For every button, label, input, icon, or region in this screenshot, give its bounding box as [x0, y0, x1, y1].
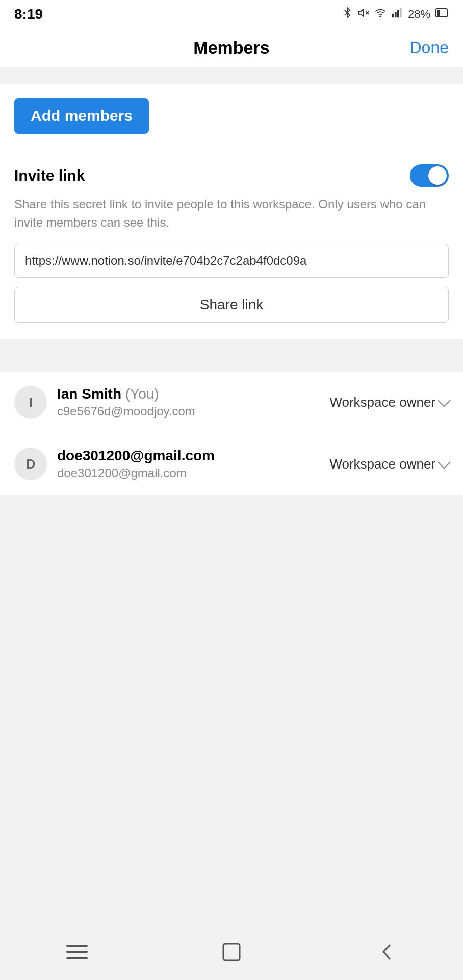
- avatar: I: [14, 386, 47, 419]
- member-you-tag: (You): [125, 386, 159, 402]
- invite-link-description: Share this secret link to invite people …: [14, 195, 449, 232]
- member-role-label: Workspace owner: [329, 395, 435, 410]
- chevron-down-icon: [438, 456, 450, 469]
- nav-back-button[interactable]: [371, 937, 401, 967]
- member-row: I Ian Smith (You) c9e5676d@moodjoy.com W…: [0, 372, 463, 433]
- mute-icon: [358, 7, 369, 21]
- section-gap-members: [0, 339, 463, 355]
- member-display-name: Ian Smith: [57, 386, 125, 402]
- svg-rect-12: [66, 951, 88, 953]
- svg-rect-6: [397, 10, 399, 18]
- battery-icon: [435, 7, 449, 21]
- status-time: 8:19: [14, 6, 43, 22]
- nav-home-button[interactable]: [216, 937, 247, 967]
- share-link-button[interactable]: Share link: [14, 287, 449, 323]
- svg-marker-0: [359, 10, 363, 16]
- battery-percentage: 28%: [408, 8, 430, 21]
- done-button[interactable]: Done: [410, 38, 449, 57]
- page-header: Members Done: [0, 29, 463, 67]
- wifi-icon: [374, 7, 387, 21]
- member-role-label: Workspace owner: [329, 456, 435, 472]
- section-gap-top: [0, 67, 463, 84]
- chevron-down-icon: [438, 394, 450, 407]
- svg-rect-7: [400, 8, 402, 17]
- add-members-button[interactable]: Add members: [14, 98, 149, 134]
- member-info: Ian Smith (You) c9e5676d@moodjoy.com: [57, 386, 329, 419]
- invite-link-url[interactable]: https://www.notion.so/invite/e704b2c7c2a…: [14, 244, 449, 278]
- member-display-name: doe301200@gmail.com: [57, 448, 215, 463]
- nav-bar: [0, 929, 463, 980]
- page-title: Members: [193, 38, 269, 58]
- add-members-section: Add members: [0, 84, 463, 148]
- svg-rect-13: [66, 957, 88, 959]
- svg-rect-5: [395, 12, 397, 17]
- bluetooth-icon: [342, 7, 353, 21]
- member-role-dropdown[interactable]: Workspace owner: [329, 456, 449, 472]
- svg-rect-10: [437, 10, 440, 16]
- invite-link-section: Invite link Share this secret link to in…: [0, 148, 463, 339]
- status-bar: 8:19: [0, 0, 463, 29]
- status-icons: 28%: [342, 7, 449, 21]
- avatar: D: [14, 448, 47, 480]
- svg-rect-9: [447, 11, 448, 15]
- member-row: D doe301200@gmail.com doe301200@gmail.co…: [0, 433, 463, 495]
- member-email: c9e5676d@moodjoy.com: [57, 404, 329, 419]
- member-email: doe301200@gmail.com: [57, 466, 329, 480]
- member-name: doe301200@gmail.com: [57, 448, 329, 464]
- svg-point-3: [380, 16, 381, 17]
- toggle-knob: [428, 166, 447, 185]
- invite-link-header: Invite link: [14, 164, 449, 187]
- svg-rect-11: [66, 945, 88, 947]
- svg-rect-4: [392, 14, 394, 17]
- member-info: doe301200@gmail.com doe301200@gmail.com: [57, 448, 329, 480]
- invite-link-toggle[interactable]: [410, 164, 449, 187]
- member-role-dropdown[interactable]: Workspace owner: [329, 395, 449, 410]
- invite-link-label: Invite link: [14, 167, 85, 184]
- member-name: Ian Smith (You): [57, 386, 329, 402]
- bottom-fill: [0, 495, 463, 929]
- svg-rect-14: [223, 944, 240, 960]
- members-list: I Ian Smith (You) c9e5676d@moodjoy.com W…: [0, 372, 463, 495]
- signal-icon: [392, 7, 403, 21]
- nav-menu-button[interactable]: [62, 937, 92, 967]
